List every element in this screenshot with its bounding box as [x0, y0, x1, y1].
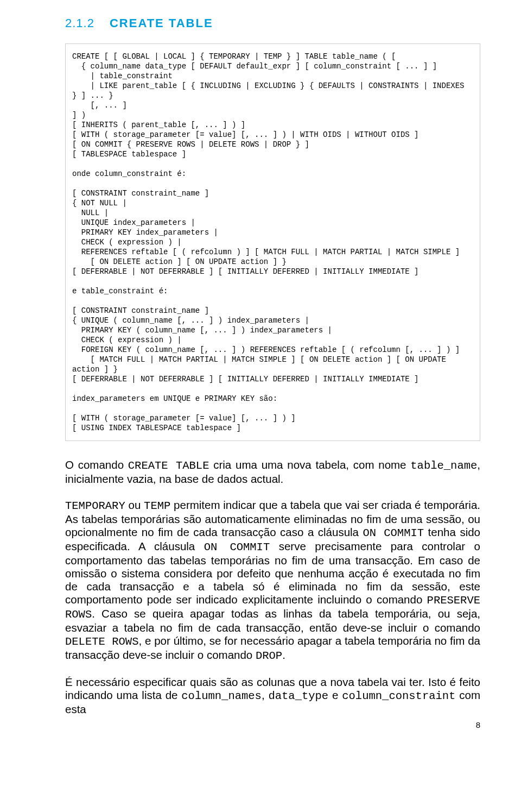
heading-number: 2.1.2	[65, 16, 94, 30]
section-heading: 2.1.2CREATE TABLE	[65, 16, 480, 30]
inline-code: table_name	[410, 459, 477, 472]
inline-code: CREATE TABLE	[128, 459, 209, 472]
inline-code: TEMP	[144, 500, 170, 512]
inline-code: column_constraint	[342, 690, 455, 702]
inline-code: data_type	[268, 690, 328, 702]
paragraph-2: TEMPORARY ou TEMP permitem indicar que a…	[65, 499, 480, 663]
inline-code: DROP	[256, 650, 282, 662]
inline-code: TEMPORARY	[65, 500, 125, 512]
page-container: 2.1.2CREATE TABLE CREATE [ [ GLOBAL | LO…	[0, 0, 521, 751]
inline-code: DELETE ROWS	[65, 635, 138, 648]
inline-code: ON COMMIT	[363, 527, 424, 539]
text-run: ou	[125, 499, 144, 511]
text-run: e	[328, 689, 342, 701]
text-run: ,	[262, 689, 269, 701]
text-run: .	[282, 649, 285, 661]
inline-code: ON COMMIT	[204, 541, 270, 553]
sql-syntax-box: CREATE [ [ GLOBAL | LOCAL ] { TEMPORARY …	[65, 43, 480, 441]
text-run: cria uma uma nova tabela, com nome	[209, 458, 410, 471]
page-number: 8	[65, 720, 480, 729]
text-run: O comando	[65, 458, 128, 471]
inline-code: column_names	[181, 690, 262, 702]
text-run: . Caso se queira apagar todas as linhas …	[65, 607, 480, 634]
paragraph-3: É necessário especificar quais são as co…	[65, 676, 480, 716]
sql-syntax-code: CREATE [ [ GLOBAL | LOCAL ] { TEMPORARY …	[72, 52, 473, 433]
heading-title: CREATE TABLE	[110, 16, 213, 30]
paragraph-1: O comando CREATE TABLE cria uma uma nova…	[65, 458, 480, 486]
